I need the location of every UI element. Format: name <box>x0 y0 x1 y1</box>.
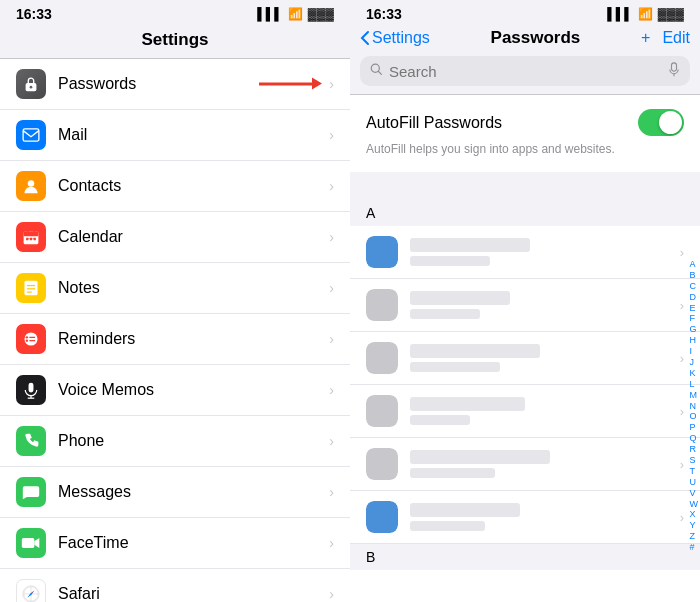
pw-icon-5 <box>366 448 398 480</box>
settings-item-reminders[interactable]: Reminders › <box>0 314 350 365</box>
messages-icon <box>16 477 46 507</box>
calendar-label: Calendar <box>58 228 329 246</box>
password-item-6[interactable]: › <box>350 491 700 544</box>
settings-item-passwords[interactable]: Passwords › <box>0 59 350 110</box>
svg-point-15 <box>24 332 37 345</box>
alpha-f[interactable]: F <box>690 314 699 324</box>
alpha-y[interactable]: Y <box>690 521 699 531</box>
passwords-panel: 16:33 ▌▌▌ 📶 ▓▓▓ Settings Passwords + Edi… <box>350 0 700 602</box>
alpha-t[interactable]: T <box>690 467 699 477</box>
pw-chevron-4: › <box>680 404 684 419</box>
left-status-icons: ▌▌▌ 📶 ▓▓▓ <box>257 7 334 21</box>
autofill-toggle[interactable] <box>638 109 684 136</box>
passwords-icon <box>16 69 46 99</box>
reminders-chevron: › <box>329 331 334 347</box>
search-icon <box>370 63 383 79</box>
settings-panel: 16:33 ▌▌▌ 📶 ▓▓▓ Settings Passwords <box>0 0 350 602</box>
alpha-d[interactable]: D <box>690 293 699 303</box>
alpha-l[interactable]: L <box>690 380 699 390</box>
alpha-e[interactable]: E <box>690 304 699 314</box>
password-item-1[interactable]: › <box>350 226 700 279</box>
alpha-x[interactable]: X <box>690 510 699 520</box>
pw-user-4 <box>410 415 470 425</box>
svg-rect-10 <box>33 238 35 240</box>
pw-chevron-2: › <box>680 298 684 313</box>
alpha-hash[interactable]: # <box>690 543 699 553</box>
settings-item-facetime[interactable]: FaceTime › <box>0 518 350 569</box>
password-item-3[interactable]: › <box>350 332 700 385</box>
alpha-g[interactable]: G <box>690 325 699 335</box>
settings-item-mail[interactable]: Mail › <box>0 110 350 161</box>
battery-icon: ▓▓▓ <box>308 7 334 21</box>
section-b-label: B <box>366 549 375 565</box>
pw-details-2 <box>410 291 680 319</box>
pw-site-2 <box>410 291 510 305</box>
svg-point-17 <box>26 339 28 341</box>
pw-details-6 <box>410 503 680 531</box>
pw-user-2 <box>410 309 480 319</box>
alpha-u[interactable]: U <box>690 478 699 488</box>
settings-item-notes[interactable]: Notes › <box>0 263 350 314</box>
settings-item-phone[interactable]: Phone › <box>0 416 350 467</box>
contacts-label: Contacts <box>58 177 329 195</box>
alpha-r[interactable]: R <box>690 445 699 455</box>
pw-user-1 <box>410 256 490 266</box>
right-status-icons: ▌▌▌ 📶 ▓▓▓ <box>607 7 684 21</box>
phone-chevron: › <box>329 433 334 449</box>
settings-item-safari[interactable]: Safari › <box>0 569 350 602</box>
wifi-icon: 📶 <box>288 7 303 21</box>
svg-rect-2 <box>23 129 39 141</box>
alpha-m[interactable]: M <box>690 391 699 401</box>
facetime-icon <box>16 528 46 558</box>
password-item-5[interactable]: › <box>350 438 700 491</box>
section-a-label: A <box>366 205 375 221</box>
passwords-nav: Settings Passwords + Edit <box>350 26 700 56</box>
password-item-4[interactable]: › <box>350 385 700 438</box>
settings-item-messages[interactable]: Messages › <box>0 467 350 518</box>
alpha-w[interactable]: W <box>690 500 699 510</box>
pw-icon-3 <box>366 342 398 374</box>
calendar-icon <box>16 222 46 252</box>
alpha-a[interactable]: A <box>690 260 699 270</box>
settings-item-voicememos[interactable]: Voice Memos › <box>0 365 350 416</box>
alpha-c[interactable]: C <box>690 282 699 292</box>
safari-icon <box>16 579 46 602</box>
password-items-container: › › › <box>350 226 700 602</box>
alpha-k[interactable]: K <box>690 369 699 379</box>
search-input[interactable] <box>389 63 662 80</box>
pw-chevron-3: › <box>680 351 684 366</box>
alpha-i[interactable]: I <box>690 347 699 357</box>
alphabet-index[interactable]: A B C D E F G H I J K L M N O P Q R S T … <box>690 260 699 553</box>
alpha-h[interactable]: H <box>690 336 699 346</box>
svg-point-1 <box>30 86 33 89</box>
section-a-header: A <box>350 200 700 226</box>
alpha-b[interactable]: B <box>690 271 699 281</box>
right-time: 16:33 <box>366 6 402 22</box>
back-label: Settings <box>372 29 430 47</box>
reminders-label: Reminders <box>58 330 329 348</box>
passwords-nav-title: Passwords <box>430 28 641 48</box>
alpha-q[interactable]: Q <box>690 434 699 444</box>
edit-button[interactable]: Edit <box>662 29 690 47</box>
toggle-thumb <box>659 111 682 134</box>
alpha-n[interactable]: N <box>690 402 699 412</box>
mail-chevron: › <box>329 127 334 143</box>
notes-chevron: › <box>329 280 334 296</box>
svg-rect-40 <box>672 63 677 71</box>
voicememos-icon <box>16 375 46 405</box>
svg-rect-11 <box>24 281 37 296</box>
password-item-2[interactable]: › <box>350 279 700 332</box>
alpha-v[interactable]: V <box>690 489 699 499</box>
settings-list: Passwords › Mail › <box>0 59 350 602</box>
alpha-j[interactable]: J <box>690 358 699 368</box>
alpha-o[interactable]: O <box>690 412 699 422</box>
pw-user-5 <box>410 468 495 478</box>
back-button[interactable]: Settings <box>360 29 430 47</box>
settings-item-contacts[interactable]: Contacts › <box>0 161 350 212</box>
alpha-p[interactable]: P <box>690 423 699 433</box>
add-password-button[interactable]: + <box>641 29 650 47</box>
settings-item-calendar[interactable]: Calendar › <box>0 212 350 263</box>
pw-site-5 <box>410 450 550 464</box>
alpha-s[interactable]: S <box>690 456 699 466</box>
alpha-z[interactable]: Z <box>690 532 699 542</box>
